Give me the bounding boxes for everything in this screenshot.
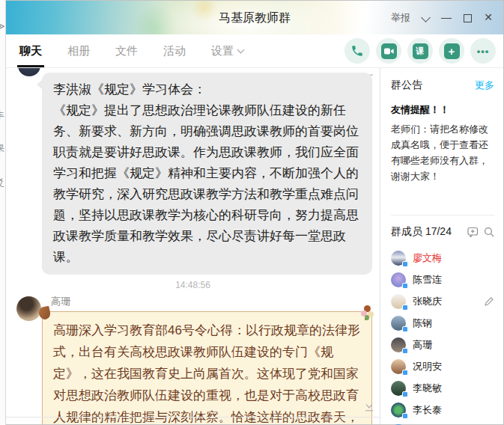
- message-text: 高珊深入学习教育部46号令心得：以行政规章的法律形式，出台有关高校思政课教师队伍…: [53, 323, 360, 424]
- avatar: [391, 337, 406, 352]
- member-row[interactable]: 高珊: [391, 334, 494, 355]
- members-header: 群成员 17/24: [391, 225, 494, 239]
- member-row[interactable]: 况明安: [391, 355, 494, 377]
- themed-message-bubble[interactable]: 高珊深入学习教育部46号令心得：以行政规章的法律形式，出台有关高校思政课教师队伍…: [42, 311, 372, 424]
- tab-chat[interactable]: 聊天: [19, 44, 42, 58]
- tab-bar: 聊天 相册 文件 活动 设置 课 +: [6, 34, 503, 68]
- partial-glyph: 爻: [0, 177, 5, 189]
- mobile-online-badge: [402, 370, 408, 376]
- tab-activity[interactable]: 活动: [163, 44, 186, 58]
- report-button[interactable]: 举报: [385, 11, 416, 25]
- mobile-online-badge: [402, 261, 408, 267]
- mobile-online-badge: [402, 283, 408, 289]
- avatar: [391, 272, 406, 287]
- background-window-edge: / ≫ 丰 果 爻: [0, 0, 6, 425]
- avatar: [391, 294, 406, 309]
- screen: / ≫ 丰 果 爻 马基原教师群 举报 — ✕ 聊天 相册 文件 活动 设置: [0, 0, 504, 425]
- partial-glyph: 丰: [0, 109, 5, 122]
- toolbar: 课 + •••: [344, 38, 496, 64]
- add-member-icon[interactable]: [467, 227, 479, 237]
- course-icon: 课: [413, 43, 428, 59]
- group-admin-icon: [483, 274, 494, 286]
- flower-decoration: [360, 305, 374, 320]
- partial-glyph: 果: [0, 142, 5, 155]
- mobile-online-badge: [402, 391, 408, 397]
- tab-settings[interactable]: 设置: [211, 44, 243, 58]
- group-sidebar: 群公告 更多 友情提醒！！ 老师们：请把名称修改成真名哦，便于查看还有哪些老师没…: [380, 68, 503, 424]
- mobile-online-badge: [402, 305, 408, 311]
- member-row[interactable]: 廖文梅: [391, 247, 494, 269]
- more-button[interactable]: •••: [470, 38, 496, 64]
- avatar: [391, 316, 406, 331]
- tab-album[interactable]: 相册: [67, 44, 90, 58]
- voice-call-button[interactable]: [344, 38, 370, 64]
- message: 高珊深入学习教育部46号令心得：以行政规章的法律形式，出台有关高校思政课教师队伍…: [42, 311, 372, 424]
- member-row[interactable]: 陈钢: [391, 312, 494, 334]
- tab-files[interactable]: 文件: [115, 44, 138, 58]
- chevron-down-icon[interactable]: [416, 1, 436, 34]
- group-owner-icon: [483, 252, 494, 264]
- mobile-online-badge: [402, 326, 408, 332]
- members-count: 群成员 17/24: [391, 225, 452, 239]
- video-camera-icon: [381, 43, 397, 59]
- avatar: [391, 251, 406, 266]
- plus-bubble-icon: +: [444, 43, 460, 59]
- avatar: [391, 403, 406, 418]
- timestamp: 14:48:56: [6, 280, 380, 290]
- announcement-more-link[interactable]: 更多: [475, 79, 494, 92]
- avatar[interactable]: [18, 68, 40, 76]
- scroll-curl-decoration: [37, 306, 51, 321]
- window-controls: 举报 — ✕: [385, 1, 499, 34]
- search-icon[interactable]: [484, 227, 494, 237]
- more-icon: •••: [477, 46, 490, 57]
- sender-name: 高珊: [51, 295, 380, 308]
- phone-icon: [350, 44, 364, 58]
- group-app-add-button[interactable]: +: [439, 38, 464, 64]
- chat-window: 马基原教师群 举报 — ✕ 聊天 相册 文件 活动 设置: [6, 0, 504, 425]
- member-row[interactable]: 刘忠荣: [391, 421, 494, 425]
- chat-pane[interactable]: 李洪淑《规定》学习体会： 《规定》提出了思想政治理论课教师队伍建设的新任务、新要…: [6, 68, 380, 424]
- message-bubble[interactable]: 李洪淑《规定》学习体会： 《规定》提出了思想政治理论课教师队伍建设的新任务、新要…: [42, 73, 372, 275]
- avatar: [391, 381, 406, 396]
- announcement-body: 老师们：请把名称修改成真名哦，便于查看还有哪些老师没有入群，谢谢大家！: [391, 121, 494, 184]
- message: 李洪淑《规定》学习体会： 《规定》提出了思想政治理论课教师队伍建设的新任务、新要…: [42, 73, 372, 275]
- minimize-button[interactable]: —: [436, 1, 457, 34]
- partial-glyph: ≫: [0, 21, 5, 31]
- announcement-notice-title: 友情提醒！！: [391, 103, 494, 117]
- titlebar: 马基原教师群 举报 — ✕: [6, 1, 503, 34]
- course-button[interactable]: 课: [407, 38, 433, 64]
- member-row[interactable]: 李长泰: [391, 399, 494, 421]
- member-row[interactable]: 李晓敏: [391, 377, 494, 399]
- member-row[interactable]: 张晓庆: [391, 290, 494, 312]
- announcement-title: 群公告: [391, 79, 422, 92]
- content-row: 李洪淑《规定》学习体会： 《规定》提出了思想政治理论课教师队伍建设的新任务、新要…: [6, 68, 503, 424]
- video-call-button[interactable]: [376, 38, 401, 64]
- mobile-online-badge: [402, 413, 408, 419]
- chevron-down-icon: [237, 46, 245, 53]
- mobile-online-badge: [402, 348, 408, 354]
- partial-glyph: /: [0, 1, 5, 12]
- edit-nickname-icon[interactable]: [484, 296, 494, 307]
- close-button[interactable]: ✕: [478, 1, 499, 34]
- maximize-button[interactable]: [457, 1, 478, 34]
- member-row[interactable]: 陈雪连: [391, 269, 494, 290]
- announcement-section: 群公告 更多 友情提醒！！ 老师们：请把名称修改成真名哦，便于查看还有哪些老师没…: [391, 79, 494, 215]
- avatar[interactable]: [16, 296, 41, 321]
- avatar: [391, 359, 406, 374]
- fold-down-icon[interactable]: [364, 401, 374, 415]
- member-list: 廖文梅 陈雪连 张晓庆 陈钢: [391, 247, 494, 425]
